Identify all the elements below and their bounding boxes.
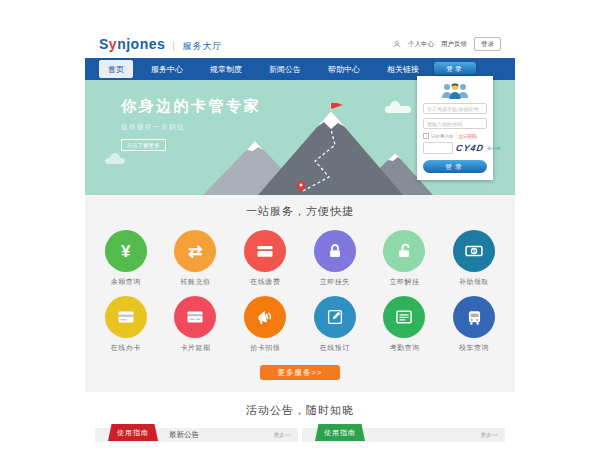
captcha-image[interactable]: CY4D (455, 143, 485, 153)
service-online-payment[interactable]: 在线缴费 (230, 230, 300, 287)
guide-panel-tabs: 使用指南 最新公告 更多>> (95, 428, 298, 442)
hero-subtitle: 提供捷径一步到位 (121, 123, 261, 132)
service-circle (244, 230, 286, 272)
service-circle: ⇄ (174, 230, 216, 272)
captcha-row: CY4D 换一张 (423, 142, 487, 154)
card-apply-icon (116, 307, 136, 327)
logo-accent: y (109, 36, 117, 52)
guide-panel-tabs-right: 使用指南 更多>> (302, 428, 505, 442)
service-online-booking[interactable]: 在线预订 (300, 296, 370, 353)
service-circle (314, 230, 356, 272)
hero-text: 你身边的卡管专家 提供捷径一步到位 点击了解更多 (121, 97, 261, 151)
header-utilities: 个人中心 用户反馈 登录 (393, 37, 501, 51)
edit-icon (326, 308, 344, 326)
service-report-loss[interactable]: 立即挂失 (300, 230, 370, 287)
service-label: 在线预订 (300, 343, 370, 353)
bank-card-icon (255, 241, 275, 261)
users-group-icon (440, 82, 470, 99)
more-link[interactable]: 更多>> (274, 432, 291, 439)
service-balance-inquiry[interactable]: ¥ 余额查询 (91, 230, 161, 287)
service-label: 立即挂失 (300, 277, 370, 287)
password-input[interactable] (423, 118, 487, 129)
banknote-icon: $ (464, 241, 484, 261)
service-label: 立即解挂 (370, 277, 440, 287)
service-label: 拾卡招领 (230, 343, 300, 353)
unlock-icon (395, 242, 413, 260)
logo[interactable]: Synjones | 服务大厅 (99, 36, 222, 53)
captcha-refresh-link[interactable]: 换一张 (487, 146, 501, 151)
service-label: 转账充值 (161, 277, 231, 287)
nav-item-help-center[interactable]: 帮助中心 (319, 60, 369, 79)
header: Synjones | 服务大厅 个人中心 用户反馈 登录 (85, 30, 515, 58)
logo-text-2: njones (117, 36, 165, 52)
announcements-title: 活动公告，随时知晓 (85, 403, 515, 418)
more-services-button[interactable]: 更多服务>> (260, 365, 340, 380)
service-circle (383, 230, 425, 272)
schedule-icon (394, 307, 414, 327)
nav-item-regulations[interactable]: 规章制度 (201, 60, 251, 79)
page-root: Synjones | 服务大厅 个人中心 用户反馈 登录 首页 服务中心 规章制… (0, 0, 600, 450)
login-submit-button[interactable]: 登录 (423, 160, 487, 173)
nav-item-service-center[interactable]: 服务中心 (142, 60, 192, 79)
login-panel: 登录 记住用户名 | 忘记密码 (417, 62, 493, 180)
transfer-icon: ⇄ (188, 243, 202, 260)
service-card-renew[interactable]: 卡片延期 (161, 296, 231, 353)
service-attendance-inquiry[interactable]: 考勤查询 (370, 296, 440, 353)
service-transfer-recharge[interactable]: ⇄ 转账充值 (161, 230, 231, 287)
service-circle (383, 296, 425, 338)
login-form: 记住用户名 | 忘记密码 CY4D 换一张 登录 (417, 76, 493, 180)
captcha-input[interactable] (423, 142, 453, 154)
service-found-card-claim[interactable]: 拾卡招领 (230, 296, 300, 353)
login-tab[interactable]: 登录 (434, 62, 476, 75)
site-name: 服务大厅 (182, 40, 222, 53)
service-label: 考勤查询 (370, 343, 440, 353)
service-circle (314, 296, 356, 338)
announcement-panels: 使用指南 最新公告 更多>> 使用指南 更多>> (85, 428, 515, 442)
service-card-apply[interactable]: 在线办卡 (91, 296, 161, 353)
remember-label: 记住用户名 (431, 134, 454, 139)
tab-usage-guide-right[interactable]: 使用指南 (315, 424, 365, 441)
service-school-bus-inquiry[interactable]: 校车查询 (439, 296, 509, 353)
service-circle (453, 296, 495, 338)
nav-item-home[interactable]: 首页 (99, 60, 133, 78)
logo-separator: | (172, 40, 175, 51)
more-link[interactable]: 更多>> (481, 432, 498, 439)
service-circle (105, 296, 147, 338)
service-label: 补助领取 (439, 277, 509, 287)
tab-latest-news[interactable]: 最新公告 (169, 430, 199, 440)
card-renew-icon (185, 307, 205, 327)
service-label: 在线缴费 (230, 277, 300, 287)
tab-usage-guide[interactable]: 使用指南 (108, 424, 158, 441)
service-label: 在线办卡 (91, 343, 161, 353)
divider: | (456, 134, 457, 139)
user-icon (393, 40, 401, 48)
yuan-icon: ¥ (121, 243, 130, 260)
service-cancel-loss[interactable]: 立即解挂 (370, 230, 440, 287)
user-feedback-link[interactable]: 用户反馈 (441, 40, 467, 49)
services-grid: ¥ 余额查询 ⇄ 转账充值 (85, 230, 515, 362)
hero-title: 你身边的卡管专家 (121, 97, 261, 116)
announcements-section: 活动公告，随时知晓 使用指南 最新公告 更多>> 使用指南 更多>> (85, 392, 515, 450)
hero-cta-button[interactable]: 点击了解更多 (121, 139, 166, 151)
forgot-password-link[interactable]: 忘记密码 (459, 134, 477, 139)
remember-row: 记住用户名 | 忘记密码 (423, 133, 487, 139)
header-login-button[interactable]: 登录 (474, 37, 501, 51)
nav-item-news[interactable]: 新闻公告 (260, 60, 310, 79)
services-section: 一站服务，方便快捷 ¥ 余额查询 ⇄ 转账充值 (85, 195, 515, 392)
service-label: 余额查询 (91, 277, 161, 287)
account-input[interactable] (423, 103, 487, 114)
logo-text-1: S (99, 36, 109, 52)
service-circle: ¥ (105, 230, 147, 272)
bus-icon (465, 308, 484, 327)
portal-page: Synjones | 服务大厅 个人中心 用户反馈 登录 首页 服务中心 规章制… (85, 30, 515, 450)
service-label: 卡片延期 (161, 343, 231, 353)
cloud-icon (105, 158, 125, 164)
remember-checkbox[interactable] (423, 133, 429, 139)
lock-icon (326, 242, 344, 260)
megaphone-icon (255, 307, 275, 327)
services-title: 一站服务，方便快捷 (85, 204, 515, 219)
personal-center-link[interactable]: 个人中心 (408, 40, 434, 49)
service-subsidy-collect[interactable]: $ 补助领取 (439, 230, 509, 287)
service-circle (244, 296, 286, 338)
service-label: 校车查询 (439, 343, 509, 353)
